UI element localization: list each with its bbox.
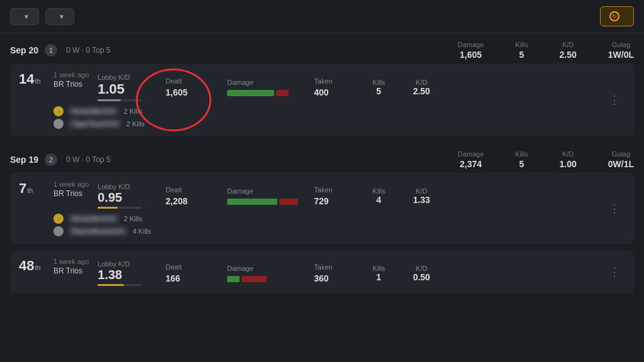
teammate-name-0: BrownMcXXX xyxy=(69,107,119,116)
kills-col: Kills 1 xyxy=(363,265,394,282)
damage-bar-red xyxy=(242,276,267,282)
more-options-button[interactable]: ⋮ xyxy=(604,263,625,282)
teammate-name-0: BrownMcXXX xyxy=(69,214,119,223)
damage-bar-red xyxy=(279,199,298,205)
teammate-icon-1: ★ xyxy=(53,226,64,236)
damage-label: Damage xyxy=(227,187,303,195)
kills-label: Kills xyxy=(515,41,528,48)
more-options-button[interactable]: ⋮ xyxy=(604,90,625,109)
taken-label: Taken xyxy=(314,263,352,271)
lobby-kd-bar-fill xyxy=(97,207,118,209)
top-bar-left: ▼ ▼ xyxy=(10,8,74,25)
more-options-button[interactable]: ⋮ xyxy=(604,199,625,218)
match-details: Lobby K/D 1.38 Dealt 166 Damage xyxy=(97,260,437,286)
damage-bars xyxy=(227,90,303,96)
placements-chevron-icon: ▼ xyxy=(58,13,65,20)
kills-value: 5 xyxy=(519,50,525,60)
kd-value: 1.00 xyxy=(560,159,577,169)
kd-label: K/D xyxy=(562,150,574,158)
kd-value: 1.33 xyxy=(413,195,430,205)
kd-col: K/D 1.33 xyxy=(406,187,437,205)
match-mode: BR Trios xyxy=(53,80,89,89)
damage-bar-col: Damage xyxy=(227,187,303,205)
dealt-label: Dealt xyxy=(165,186,216,194)
kd-label: K/D xyxy=(416,265,427,272)
match-meta: 1 week ago BR Trios xyxy=(53,258,89,275)
teammate-0: ★ BrownMcXXX 2 Kills xyxy=(53,214,604,224)
summary-kd: K/D 2.50 xyxy=(560,41,577,60)
mode-dropdown[interactable]: ▼ xyxy=(10,8,39,25)
lobby-kd-box: Lobby K/D 0.95 xyxy=(97,183,154,209)
lobby-kd-value: 1.38 xyxy=(97,268,122,282)
kills-label: Kills xyxy=(372,187,385,195)
damage-value: 1,605 xyxy=(460,50,482,60)
kd-value: 2.50 xyxy=(560,50,577,60)
gulag-label: Gulag xyxy=(612,41,630,48)
taken-col: Taken 360 xyxy=(314,263,352,283)
kd-label: K/D xyxy=(562,41,574,48)
kills-label: Kills xyxy=(515,150,528,158)
dealt-col: Dealt 1,605 xyxy=(165,77,216,97)
gulag-value: 1W/0L xyxy=(608,50,634,60)
kills-label: Kills xyxy=(372,265,385,272)
mode-chevron-icon: ▼ xyxy=(23,13,30,20)
summary-gulag: Gulag 0W/1L xyxy=(608,150,634,169)
kills-value: 5 xyxy=(376,86,381,96)
damage-label: Damage xyxy=(458,41,484,48)
summary-gulag: Gulag 1W/0L xyxy=(608,41,634,60)
teammates: ★ BrownMcXXX 2 Kills ★ TigerThunXXX 2 Ki… xyxy=(53,106,604,129)
kills-label: Kills xyxy=(372,79,385,86)
kills-value: 5 xyxy=(519,159,525,169)
teammate-icon-1: ★ xyxy=(53,119,64,129)
teammate-icon-0: ★ xyxy=(53,214,64,224)
teammate-kills-0: 2 Kills xyxy=(124,215,142,222)
lobby-kd-box: Lobby K/D 1.38 xyxy=(97,260,154,286)
kd-col: K/D 0.50 xyxy=(406,265,437,282)
update-button[interactable]: ↻ xyxy=(600,6,634,26)
match-details: Lobby K/D 0.95 Dealt 2,208 Damage xyxy=(97,183,437,209)
taken-col: Taken 729 xyxy=(314,186,352,206)
refresh-icon: ↻ xyxy=(609,11,619,21)
damage-label: Damage xyxy=(227,265,303,272)
lobby-kd-value: 0.95 xyxy=(97,190,122,205)
dealt-col: Dealt 2,208 xyxy=(165,186,216,206)
day-summary: Damage 2,374 Kills 5 K/D 1.00 Gulag 0W/1… xyxy=(458,150,634,169)
dealt-value: 166 xyxy=(165,273,216,283)
kd-value: 0.50 xyxy=(413,272,430,282)
kills-value: 4 xyxy=(376,195,381,205)
kd-label: K/D xyxy=(416,79,427,86)
placement: 14th xyxy=(19,71,53,87)
day-header-0: Sep 20 1 0 W · 0 Top 5 Damage 1,605 Kill… xyxy=(10,33,634,63)
match-middle: 1 week ago BR Trios Lobby K/D 0.95 Dea xyxy=(53,180,604,236)
damage-bar-red xyxy=(276,90,289,96)
kd-label: K/D xyxy=(416,187,427,195)
day-summary: Damage 1,605 Kills 5 K/D 2.50 Gulag 1W/0… xyxy=(458,41,634,60)
damage-bar-col: Damage xyxy=(227,79,303,96)
day-stats: 0 W · 0 Top 5 xyxy=(66,155,110,164)
teammate-0: ★ BrownMcXXX 2 Kills xyxy=(53,106,604,116)
lobby-kd-bar-fill xyxy=(97,284,124,286)
match-row-1-0: 7th 1 week ago BR Trios Lobby K/D 0.95 xyxy=(10,173,634,244)
summary-kd: K/D 1.00 xyxy=(560,150,577,169)
day-date: Sep 20 xyxy=(10,45,38,55)
dealt-value: 1,605 xyxy=(165,87,216,97)
match-details: Lobby K/D 1.05 Dealt 1,605 Damage xyxy=(97,74,437,101)
lobby-kd-bar-fill xyxy=(97,99,120,101)
lobby-kd-label: Lobby K/D xyxy=(97,74,130,81)
damage-label: Damage xyxy=(227,79,303,86)
damage-label: Damage xyxy=(458,150,484,158)
teammates: ★ BrownMcXXX 2 Kills ★ RayonBruckXXX 4 K… xyxy=(53,214,604,236)
time-ago: 1 week ago xyxy=(53,258,89,265)
time-ago: 1 week ago xyxy=(53,71,89,79)
dealt-label: Dealt xyxy=(165,77,216,85)
day-date: Sep 19 xyxy=(10,155,38,165)
placement: 48th xyxy=(19,258,53,274)
placement-suffix: th xyxy=(35,264,40,272)
lobby-kd-box: Lobby K/D 1.05 xyxy=(97,74,154,101)
summary-damage: Damage 2,374 xyxy=(458,150,484,169)
teammate-kills-1: 4 Kills xyxy=(133,228,151,235)
gulag-label: Gulag xyxy=(612,150,630,158)
damage-bar-green xyxy=(227,90,274,96)
placements-dropdown[interactable]: ▼ xyxy=(45,8,74,25)
lobby-kd-label: Lobby K/D xyxy=(97,260,130,268)
